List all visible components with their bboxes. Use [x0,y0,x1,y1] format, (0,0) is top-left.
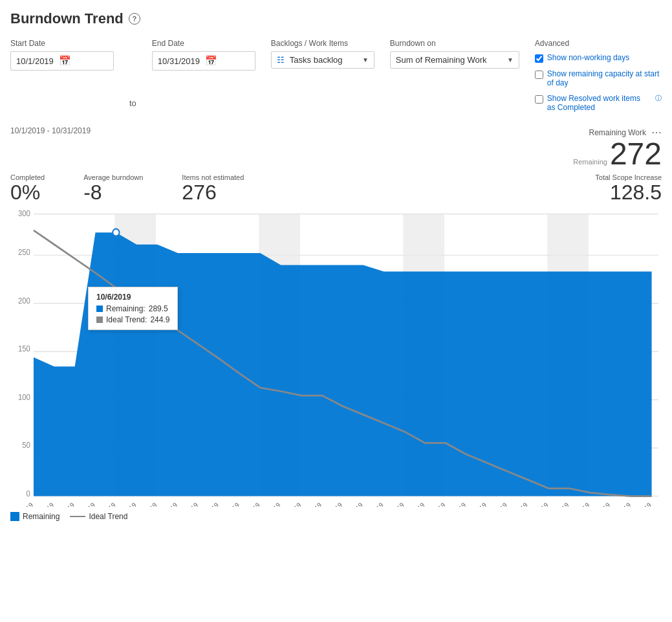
start-date-value: 10/1/2019 [16,56,54,66]
svg-text:10/3/2019: 10/3/2019 [51,501,76,507]
backlogs-label: Backlogs / Work Items [271,39,374,48]
grid-icon: ☷ [277,55,285,65]
stats-row: Completed 0% Average burndown -8 Items n… [10,173,662,204]
svg-text:10/4/2019: 10/4/2019 [72,501,96,507]
to-label: to [129,98,136,113]
page-title: Burndown Trend [10,10,124,27]
burndown-arrow: ▼ [507,56,514,63]
backlogs-value: Tasks backlog [290,55,343,65]
checkbox-input-show-resolved[interactable] [535,95,543,104]
checkbox-remaining-capacity[interactable]: Show remaining capacity at start of day [535,68,662,89]
svg-text:10/7/2019: 10/7/2019 [133,501,158,507]
legend-ideal: Ideal Trend [70,512,127,521]
chart-legend: Remaining Ideal Trend [10,512,662,521]
backlogs-group: Backlogs / Work Items ☷ Tasks backlog ▼ [271,39,374,69]
start-date-input[interactable]: 10/1/2019 📅 [10,51,114,71]
legend-remaining-label: Remaining [23,512,60,521]
calendar-icon-end: 📅 [205,55,217,67]
checkbox-show-non-working[interactable]: Show non-working days [535,52,662,64]
burndown-value: Sum of Remaining Work [396,55,487,65]
date-range-text: 10/1/2019 - 10/31/2019 [10,126,91,135]
total-scope-value: 128.5 [610,181,662,204]
burndown-on-label: Burndown on [390,39,519,48]
remaining-sub-label: Remaining [573,158,607,166]
avg-burndown-value: -8 [83,181,102,204]
backlogs-dropdown[interactable]: ☷ Tasks backlog ▼ [271,51,374,69]
svg-point-19 [154,313,160,320]
legend-remaining: Remaining [10,512,60,521]
legend-ideal-color [70,516,85,517]
checkbox-input-remaining-capacity[interactable] [535,71,543,79]
completed-stat: Completed 0% [10,173,45,204]
chart-container: 0 50 100 150 200 250 300 [10,209,662,507]
completed-value: 0% [10,181,40,204]
items-not-estimated-stat: Items not estimated 276 [182,173,244,204]
checkbox-label-show-resolved: Show Resolved work items as Completed [547,94,650,112]
total-scope-stat: Total Scope Increase 128.5 [595,173,662,204]
burndown-chart: 0 50 100 150 200 250 300 [10,209,662,507]
legend-ideal-label: Ideal Trend [89,512,127,521]
svg-text:10/5/2019: 10/5/2019 [92,501,117,507]
controls-row: Start Date 10/1/2019 📅 to End Date 10/31… [10,39,662,113]
backlogs-arrow: ▼ [362,56,369,63]
burndown-dropdown[interactable]: Sum of Remaining Work ▼ [390,51,519,69]
remaining-work-display: Remaining Work ⋯ Remaining 272 [573,126,662,170]
date-range-bar: 10/1/2019 - 10/31/2019 Remaining Work ⋯ … [10,126,662,170]
svg-text:150: 150 [18,344,30,353]
advanced-group: Advanced Show non-working days Show rema… [535,39,662,113]
burndown-group: Burndown on Sum of Remaining Work ▼ [390,39,519,69]
svg-text:100: 100 [18,392,30,401]
remaining-work-value: 272 [610,139,662,170]
remaining-work-label: Remaining Work [589,128,646,137]
svg-text:0: 0 [27,489,31,497]
svg-text:300: 300 [18,209,30,217]
checkbox-label-non-working: Show non-working days [547,53,629,62]
page-header: Burndown Trend ? [10,10,662,27]
svg-marker-18 [34,232,652,496]
svg-text:200: 200 [18,296,30,305]
end-date-input[interactable]: 10/31/2019 📅 [152,51,255,71]
help-icon[interactable]: ? [129,13,140,25]
advanced-label: Advanced [535,39,662,48]
svg-text:10/8/2019: 10/8/2019 [154,501,179,507]
svg-text:10/2/2019: 10/2/2019 [30,501,55,507]
svg-text:10/1/2019: 10/1/2019 [10,501,35,507]
checkbox-label-remaining-capacity: Show remaining capacity at start of day [547,69,662,87]
calendar-icon-start: 📅 [59,55,71,67]
svg-text:50: 50 [22,441,30,449]
start-date-label: Start Date [10,39,114,48]
svg-text:250: 250 [18,248,30,256]
svg-text:10/9/2019: 10/9/2019 [175,501,199,507]
svg-point-20 [113,229,119,236]
svg-text:10/6/2019: 10/6/2019 [113,501,137,507]
start-date-group: Start Date 10/1/2019 📅 [10,39,114,71]
end-date-group: End Date 10/31/2019 📅 [152,39,255,71]
end-date-value: 10/31/2019 [158,56,200,66]
end-date-label: End Date [152,39,255,48]
items-not-estimated-value: 276 [182,181,216,204]
checkbox-input-non-working[interactable] [535,54,543,63]
checkbox-show-resolved[interactable]: Show Resolved work items as Completed ⓘ [535,93,662,113]
info-icon[interactable]: ⓘ [655,94,662,103]
legend-remaining-color [10,512,19,521]
avg-burndown-stat: Average burndown -8 [83,173,143,204]
